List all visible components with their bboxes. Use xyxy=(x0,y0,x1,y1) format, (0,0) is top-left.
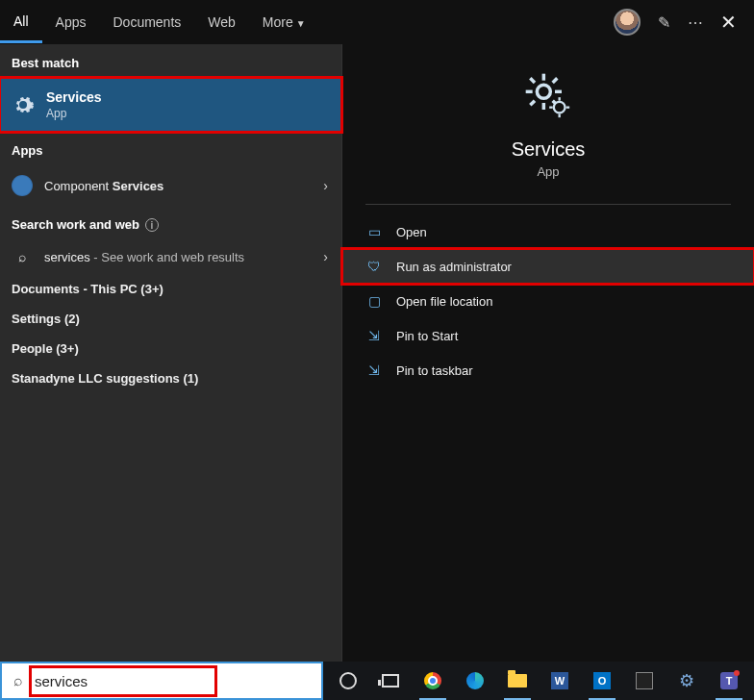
search-input[interactable] xyxy=(35,663,321,698)
search-icon: ⌕ xyxy=(2,672,35,689)
taskbar-edge[interactable] xyxy=(456,662,494,700)
section-documents[interactable]: Documents - This PC (3+) xyxy=(0,274,341,304)
search-results-panel: All Apps Documents Web More▼ ✎ ⋯ ✕ Best … xyxy=(0,0,754,662)
preview-title: Services xyxy=(342,138,754,161)
tab-all[interactable]: All xyxy=(0,2,42,43)
search-box[interactable]: ⌕ xyxy=(0,662,323,700)
more-options-icon[interactable]: ⋯ xyxy=(688,13,703,32)
folder-icon: ▢ xyxy=(365,293,383,309)
preview-type: App xyxy=(342,164,754,179)
gear-icon xyxy=(521,69,575,123)
open-icon: ▭ xyxy=(365,224,383,239)
action-label: Open file location xyxy=(396,294,492,309)
svg-point-9 xyxy=(554,102,566,113)
pin-icon: ⇲ xyxy=(365,328,383,343)
tab-web[interactable]: Web xyxy=(194,3,249,41)
admin-icon: 🛡 xyxy=(365,259,383,274)
tab-more[interactable]: More▼ xyxy=(249,3,319,41)
content-area: Best match Services App Apps Component S… xyxy=(0,44,754,662)
taskbar-explorer[interactable] xyxy=(498,662,537,700)
result-label: services - See work and web results xyxy=(44,250,244,264)
gear-icon xyxy=(12,93,35,116)
bottom-bar: ⌕ W O ⚙ T xyxy=(0,662,754,700)
chevron-right-icon: › xyxy=(323,249,328,264)
taskbar-word[interactable]: W xyxy=(540,662,579,700)
result-component-services[interactable]: Component Services › xyxy=(0,165,341,206)
action-pin-to-taskbar[interactable]: ⇲ Pin to taskbar xyxy=(342,353,754,388)
svg-line-5 xyxy=(530,78,535,83)
taskbar-outlook[interactable]: O xyxy=(583,662,621,700)
taskbar-teams[interactable]: T xyxy=(710,662,748,700)
chevron-right-icon: › xyxy=(323,178,328,193)
action-label: Pin to Start xyxy=(396,329,458,343)
action-label: Open xyxy=(396,225,427,239)
user-avatar[interactable] xyxy=(614,9,641,36)
section-search-work-web: Search work and webi xyxy=(0,206,341,239)
taskbar: W O ⚙ T xyxy=(323,662,754,700)
pin-icon: ⇲ xyxy=(365,362,383,378)
preview-pane: Services App ▭ Open 🛡 Run as administrat… xyxy=(341,44,754,662)
divider xyxy=(365,204,731,205)
result-web-services[interactable]: ⌕ services - See work and web results › xyxy=(0,239,341,274)
best-match-services[interactable]: Services App xyxy=(0,78,341,132)
result-label: Component Services xyxy=(44,179,163,193)
taskbar-store[interactable] xyxy=(625,662,664,700)
tab-apps[interactable]: Apps xyxy=(42,3,100,41)
svg-point-0 xyxy=(537,85,550,98)
close-icon[interactable]: ✕ xyxy=(720,11,737,34)
section-people[interactable]: People (3+) xyxy=(0,334,341,363)
svg-line-7 xyxy=(553,78,558,83)
preview-header: Services App xyxy=(342,44,754,179)
info-icon: i xyxy=(145,218,159,232)
cortana-icon[interactable] xyxy=(329,662,367,700)
section-apps: Apps xyxy=(0,132,341,165)
best-match-text: Services App xyxy=(46,89,102,120)
action-open-file-location[interactable]: ▢ Open file location xyxy=(342,284,754,318)
task-view-icon[interactable] xyxy=(371,662,410,700)
feedback-icon[interactable]: ✎ xyxy=(658,13,670,32)
action-label: Pin to taskbar xyxy=(396,363,473,378)
results-list: Best match Services App Apps Component S… xyxy=(0,44,341,662)
section-settings[interactable]: Settings (2) xyxy=(0,304,341,334)
tab-documents[interactable]: Documents xyxy=(99,3,194,41)
svg-line-8 xyxy=(530,101,535,106)
taskbar-settings[interactable]: ⚙ xyxy=(667,662,706,700)
best-match-title: Services xyxy=(46,89,102,105)
action-label: Run as administrator xyxy=(396,260,512,274)
action-open[interactable]: ▭ Open xyxy=(342,214,754,249)
section-best-match: Best match xyxy=(0,44,341,78)
component-services-icon xyxy=(12,175,33,196)
section-stanadyne[interactable]: Stanadyne LLC suggestions (1) xyxy=(0,363,341,393)
action-pin-to-start[interactable]: ⇲ Pin to Start xyxy=(342,318,754,353)
best-match-subtitle: App xyxy=(46,107,102,120)
taskbar-chrome[interactable] xyxy=(414,662,452,700)
search-icon: ⌕ xyxy=(12,249,33,264)
filter-tabs: All Apps Documents Web More▼ ✎ ⋯ ✕ xyxy=(0,0,754,44)
action-run-as-admin[interactable]: 🛡 Run as administrator xyxy=(342,249,754,284)
